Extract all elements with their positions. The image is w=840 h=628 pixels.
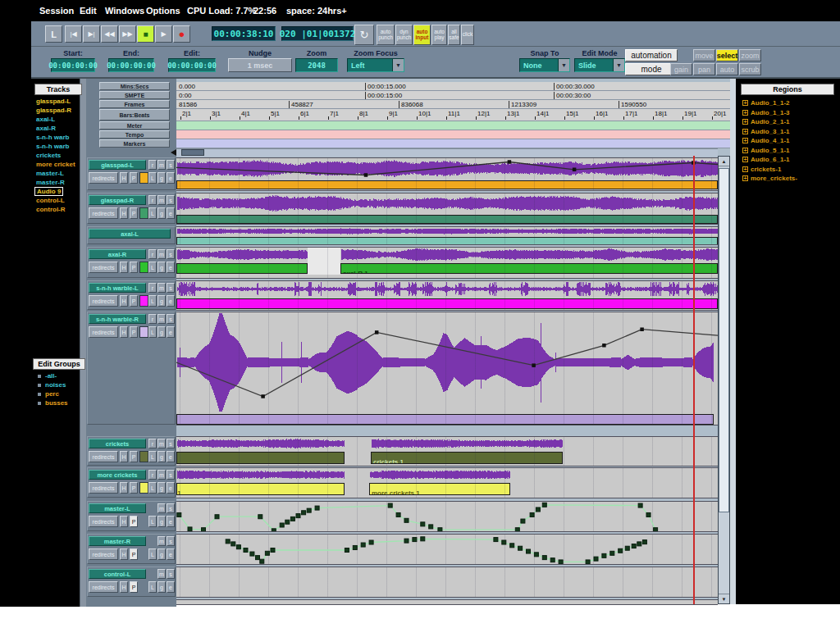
expand-plus-icon[interactable]: + <box>742 148 748 153</box>
group-button-axal-R[interactable]: g <box>158 262 166 273</box>
frames-ruler[interactable] <box>176 100 730 109</box>
redirects-button-master-R[interactable]: redirects <box>89 548 118 560</box>
meter-ruler[interactable] <box>176 121 730 130</box>
smpte-ruler[interactable] <box>176 91 730 100</box>
edit-button-master-R[interactable]: e <box>167 548 175 560</box>
region-glasspad-R-0[interactable]: glasspad-R.1 <box>176 215 718 224</box>
region-list-item[interactable]: +Audio_1_1-3 <box>742 109 790 116</box>
edit-button-s-n-h warble-L[interactable]: e <box>167 295 175 307</box>
region-glasspad-L-0[interactable]: glasspad-L.1 <box>176 180 718 189</box>
track-name-button-master-R[interactable]: master-R <box>89 536 146 546</box>
group-button-master-R[interactable]: g <box>158 548 166 560</box>
track-name-button-axal-L[interactable]: axal-L <box>89 229 171 239</box>
hide-button-glasspad-R[interactable]: H <box>120 207 128 219</box>
lock-button-s-n-h warble-R[interactable]: L <box>148 326 157 338</box>
region-axal-R-1[interactable]: axal-R.1 <box>340 263 718 274</box>
ruler-label-smpte-ruler[interactable]: SMPTE <box>99 91 170 99</box>
track-list-item-crickets[interactable]: crickets <box>36 152 61 159</box>
edit-button-s-n-h warble-R[interactable]: e <box>167 326 175 338</box>
edit-button-crickets[interactable]: e <box>167 451 175 462</box>
hide-button-master-R[interactable]: H <box>120 548 128 560</box>
playlist-button-s-n-h warble-L[interactable]: P <box>130 295 138 307</box>
tracks-panel-scrollbar[interactable] <box>80 79 86 607</box>
track-list-item-s-n-h-warb[interactable]: s-n-h warb <box>36 143 69 150</box>
track-color-swatch-s-n-h warble-R[interactable] <box>139 326 148 338</box>
ruler-label-markers-ruler[interactable]: Markers <box>99 139 170 148</box>
expand-plus-icon[interactable]: + <box>742 119 748 125</box>
redirects-button-glasspad-L[interactable]: redirects <box>89 172 118 184</box>
playhead-cursor[interactable] <box>693 156 695 604</box>
group-button-more crickets[interactable]: g <box>158 482 166 494</box>
mute-button-glasspad-R[interactable]: m <box>158 195 166 205</box>
track-name-button-glasspad-L[interactable]: glasspad-L <box>89 160 146 170</box>
playlist-button-glasspad-R[interactable]: P <box>130 207 138 219</box>
edit-group-item-busses[interactable]: busses <box>38 399 68 407</box>
region-list-item[interactable]: +Audio_4_1-1 <box>742 137 790 144</box>
redirects-button-s-n-h warble-L[interactable]: redirects <box>89 295 118 307</box>
playlist-button-glasspad-L[interactable]: P <box>130 172 138 184</box>
edit-button-glasspad-R[interactable]: e <box>167 207 175 219</box>
ruler-label-tempo-ruler[interactable]: Tempo <box>99 130 170 139</box>
region-axal-L-0[interactable] <box>176 237 718 245</box>
scroll-up-icon[interactable]: ▲ <box>719 157 729 166</box>
solo-button-axal-R[interactable]: s <box>167 249 175 259</box>
track-name-button-glasspad-R[interactable]: glasspad-R <box>89 195 146 205</box>
group-button-crickets[interactable]: g <box>158 451 166 462</box>
solo-button-control-L[interactable]: s <box>167 569 175 579</box>
expand-plus-icon[interactable]: + <box>742 166 748 172</box>
track-list-item-s-n-h-warb[interactable]: s-n-h warb <box>36 134 69 141</box>
playlist-button-master-L[interactable]: P <box>130 516 138 527</box>
track-color-swatch-glasspad-L[interactable] <box>139 172 148 184</box>
track-list-item-more-cricket[interactable]: more cricket <box>36 161 75 168</box>
track-list-item-axal-R[interactable]: axal-R <box>36 125 56 132</box>
track-name-button-s-n-h warble-L[interactable]: s-n-h warble-L <box>89 283 146 293</box>
track-lane-s-n-h warble-L[interactable] <box>176 280 718 311</box>
track-list-item-axal-L[interactable]: axal-L <box>36 116 55 123</box>
track-lane-more crickets[interactable]: more crickets.1more crickets.1 <box>176 467 718 498</box>
hide-button-master-L[interactable]: H <box>120 516 128 527</box>
timeline-scroll-thumb[interactable] <box>181 149 204 156</box>
group-active-dot[interactable] <box>38 375 41 378</box>
expand-plus-icon[interactable]: + <box>742 100 748 106</box>
expand-plus-icon[interactable]: + <box>742 157 748 162</box>
hide-button-control-L[interactable]: H <box>120 581 128 593</box>
track-lane-crickets[interactable]: crickets.1crickets.1 <box>176 436 718 466</box>
mute-button-crickets[interactable]: m <box>158 439 166 448</box>
redirects-button-master-L[interactable]: redirects <box>89 516 118 527</box>
playlist-button-master-R[interactable]: P <box>130 548 138 560</box>
redirects-button-axal-R[interactable]: redirects <box>89 262 118 273</box>
hide-button-s-n-h warble-L[interactable]: H <box>120 295 128 307</box>
edit-button-more crickets[interactable]: e <box>167 482 175 494</box>
regions-panel-header[interactable]: Regions <box>741 84 834 95</box>
edit-group-item-all[interactable]: -all- <box>38 372 57 380</box>
edit-button-master-L[interactable]: e <box>167 516 175 527</box>
solo-button-master-R[interactable]: s <box>167 536 175 546</box>
lock-button-more crickets[interactable]: L <box>148 482 157 494</box>
solo-button-glasspad-R[interactable]: s <box>167 195 175 205</box>
track-color-swatch-axal-R[interactable] <box>139 262 148 273</box>
timeline-scroll-strip[interactable] <box>176 148 718 157</box>
group-button-glasspad-R[interactable]: g <box>158 207 166 219</box>
group-button-s-n-h warble-L[interactable]: g <box>158 295 166 307</box>
rec-button-s-n-h warble-R[interactable]: r <box>148 314 157 324</box>
timeline-scroll-left-arrow[interactable] <box>171 149 176 156</box>
region-list-item[interactable]: +Audio_6_1-1 <box>742 156 790 163</box>
expand-plus-icon[interactable]: + <box>742 110 748 116</box>
track-lane-s-n-h warble-R[interactable] <box>176 312 718 425</box>
track-list-item-Audio-9[interactable]: Audio 9 <box>34 187 63 196</box>
region-list-item[interactable]: +Audio_1_1-2 <box>742 99 790 107</box>
tempo-ruler[interactable] <box>176 130 730 139</box>
track-list-item-glasspad-L[interactable]: glasspad-L <box>36 98 71 105</box>
minsecs-ruler[interactable] <box>176 82 730 91</box>
mute-button-master-R[interactable]: m <box>158 536 166 546</box>
track-name-button-more crickets[interactable]: more crickets <box>89 470 146 480</box>
edit-group-item-perc[interactable]: perc <box>38 390 59 398</box>
lock-button-master-L[interactable]: L <box>148 516 157 527</box>
expand-plus-icon[interactable]: + <box>742 129 748 134</box>
ruler-label-minsecs-ruler[interactable]: Mins:Secs <box>99 82 170 90</box>
group-active-dot[interactable] <box>38 393 41 396</box>
mute-button-glasspad-L[interactable]: m <box>158 160 166 170</box>
region-crickets-0[interactable]: crickets.1 <box>176 452 345 464</box>
track-list-item-glasspad-R[interactable]: glasspad-R <box>36 107 71 114</box>
region-more crickets-0[interactable]: more crickets.1 <box>176 483 345 495</box>
